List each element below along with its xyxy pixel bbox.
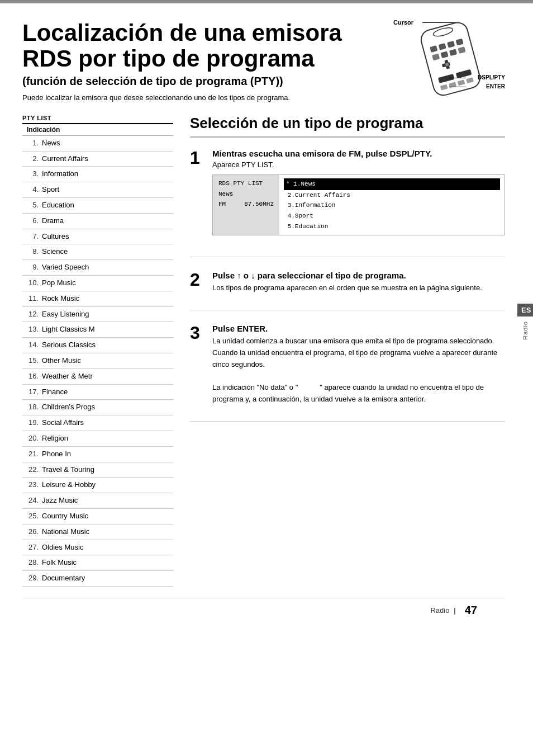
pty-item-num: 4. [22,184,42,196]
es-badge: ES [517,304,533,316]
pty-item-num: 19. [22,417,42,429]
svg-rect-13 [438,74,455,83]
step-2-body: Los tipos de programa aparecen en el ord… [212,282,505,294]
pty-item: 23.Leisure & Hobby [22,478,173,493]
svg-rect-8 [449,49,457,56]
pty-item-name: News [42,138,173,149]
pty-item: 10.Pop Music [22,276,173,291]
svg-rect-15 [440,84,448,91]
pty-item-num: 23. [22,479,42,491]
dspl-label: DSPL/PTY [478,74,505,81]
pty-item-name: Country Music [42,511,173,522]
pty-list-title: PTY LIST [22,115,173,124]
svg-rect-6 [432,54,440,61]
svg-rect-7 [441,51,449,59]
cursor-arrow-line [422,22,456,23]
step-1: 1 Mientras escucha una emisora de FM, pu… [190,149,505,257]
pty-item-name: Varied Speech [42,262,173,273]
pty-item-num: 22. [22,464,42,476]
pty-item-name: Education [42,200,173,211]
pty-item-num: 8. [22,246,42,258]
pty-item-name: Current Affairs [42,153,173,165]
pty-item-num: 26. [22,526,42,538]
pty-item: 7.Cultures [22,229,173,245]
step-1-subtext: Aparece PTY LIST. [212,160,505,169]
pty-item: 6.Drama [22,214,173,229]
pty-item: 28.Folk Music [22,555,173,571]
pty-item: 19.Social Affairs [22,415,173,431]
pty-item: 11.Rock Music [22,291,173,307]
pty-item-num: 1. [22,138,42,149]
pty-item-name: Oldies Music [42,542,173,554]
pty-item-num: 3. [22,168,42,180]
pty-item-num: 6. [22,215,42,227]
pty-item-name: Social Affairs [42,417,173,429]
svg-rect-3 [439,43,446,50]
pty-item-name: Jazz Music [42,495,173,507]
pty-item: 18.Children's Progs [22,400,173,415]
pty-item-num: 29. [22,573,42,584]
step-3-num: 3 [190,324,207,342]
pty-item-name: Rock Music [42,293,173,305]
pty-item-name: Science [42,246,173,258]
main-title: Localización de una emisora RDS por tipo… [22,20,382,72]
rds-highlight: * 1.News [284,178,500,190]
pty-item-name: Phone In [42,448,173,460]
pty-item: 3.Information [22,167,173,182]
pty-item-num: 25. [22,511,42,522]
sidebar-container: ES Radio [517,304,533,340]
rds-display: RDS PTY LIST News FM 87.50MHz * 1.News 2… [212,174,505,235]
pty-item: 14.Serious Classics [22,338,173,353]
pty-item-name: Cultures [42,231,173,243]
pty-item-name: Religion [42,433,173,445]
pty-item: 8.Science [22,244,173,260]
step-1-heading: Mientras escucha una emisora de FM, puls… [212,149,505,158]
pty-item-num: 9. [22,262,42,273]
pty-item: 13.Light Classics M [22,322,173,338]
pty-item: 5.Education [22,198,173,214]
pty-item-num: 2. [22,153,42,165]
pty-item: 4.Sport [22,182,173,198]
pty-item: 26.National Music [22,525,173,540]
step-2: 2 Pulse ↑ o ↓ para seleccionar el tipo d… [190,271,505,310]
pty-item-name: Folk Music [42,557,173,569]
pty-item-num: 7. [22,231,42,243]
step-1-num: 1 [190,149,207,167]
pty-item-num: 27. [22,542,42,554]
enter-label: ENTER [486,83,505,89]
pty-item-num: 21. [22,448,42,460]
pty-item: 15.Other Music [22,353,173,369]
remote-illustration: Cursor DSPL/PTY ENTER [393,15,505,103]
step-3: 3 Pulse ENTER. La unidad comienza a busc… [190,324,505,422]
svg-rect-4 [447,41,455,48]
pty-item-num: 24. [22,495,42,507]
pty-item-name: Serious Classics [42,339,173,351]
subtitle: (función de selección de tipo de program… [22,75,382,88]
step-2-num: 2 [190,271,207,289]
svg-rect-9 [458,46,465,54]
pty-item-num: 14. [22,339,42,351]
pty-item: 27.Oldies Music [22,540,173,556]
pty-item: 17.Finance [22,385,173,400]
pty-item-name: Sport [42,184,173,196]
pty-item-num: 20. [22,433,42,445]
step-3-body: La unidad comienza a buscar una emisora … [212,336,505,405]
dspl-arrow-line [449,78,466,78]
step-2-content: Pulse ↑ o ↓ para seleccionar el tipo de … [212,271,505,294]
pty-item: 1.News [22,136,173,152]
pty-item-num: 13. [22,324,42,336]
step-3-content: Pulse ENTER. La unidad comienza a buscar… [212,324,505,405]
pty-item: 16.Weather & Metr [22,369,173,385]
pty-item-name: Documentary [42,573,173,584]
pty-items-container: 1.News2.Current Affairs3.Information4.Sp… [22,136,173,587]
pty-item: 21.Phone In [22,447,173,462]
pty-item-num: 17. [22,386,42,398]
pty-item-num: 12. [22,309,42,320]
svg-rect-17 [458,79,465,86]
pty-list-header: Indicación [22,124,173,136]
footer-text: Radio [430,606,449,615]
pty-item-name: Drama [42,215,173,227]
pty-item-name: Information [42,168,173,180]
header-section: Localización de una emisora RDS por tipo… [22,20,505,103]
left-column: PTY LIST Indicación 1.News2.Current Affa… [22,115,173,587]
